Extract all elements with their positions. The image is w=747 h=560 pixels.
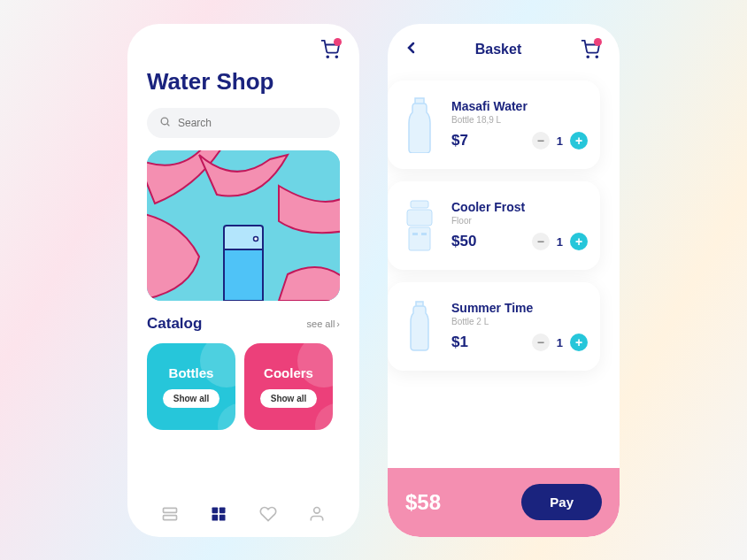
back-button[interactable] <box>407 40 416 58</box>
svg-rect-9 <box>163 515 176 519</box>
show-all-button[interactable]: Show all <box>163 389 220 408</box>
cart-badge <box>594 38 602 46</box>
quantity-stepper: − 1 + <box>532 132 588 150</box>
item-name: Summer Time <box>451 301 588 315</box>
svg-rect-5 <box>224 249 263 301</box>
nav-list-icon[interactable] <box>161 505 179 526</box>
basket-item: Masafi Water Bottle 18,9 L $7 − 1 + <box>388 81 600 169</box>
nav-user-icon[interactable] <box>308 505 326 526</box>
basket-item: Cooler Frost Floor $50 − 1 + <box>388 181 600 270</box>
bottle-small-icon <box>388 295 451 358</box>
qty-value: 1 <box>557 235 563 249</box>
total-price: $58 <box>405 490 441 515</box>
svg-point-15 <box>587 56 589 58</box>
pay-button[interactable]: Pay <box>521 484 602 520</box>
svg-rect-17 <box>411 201 428 208</box>
item-price: $1 <box>451 334 468 351</box>
svg-point-7 <box>254 236 258 241</box>
svg-rect-8 <box>163 508 176 512</box>
nav-heart-icon[interactable] <box>259 505 277 526</box>
qty-minus-button[interactable]: − <box>532 233 550 250</box>
page-title: Water Shop <box>147 68 340 96</box>
category-card-coolers[interactable]: Coolers Show all <box>244 343 333 430</box>
search-icon <box>159 115 171 131</box>
pay-bar: $58 Pay <box>388 468 620 537</box>
cart-icon[interactable] <box>320 40 340 59</box>
search-field[interactable] <box>178 117 327 129</box>
qty-minus-button[interactable]: − <box>532 334 550 351</box>
search-input[interactable] <box>147 108 340 138</box>
basket-title: Basket <box>475 42 521 58</box>
svg-rect-11 <box>219 507 226 513</box>
svg-point-16 <box>596 56 597 58</box>
svg-rect-10 <box>212 507 219 513</box>
basket-screen: Basket Masafi Water Bottle 18,9 L $7 − 1… <box>388 24 620 537</box>
qty-value: 1 <box>557 336 563 349</box>
svg-point-14 <box>314 507 320 513</box>
svg-rect-19 <box>409 227 430 250</box>
category-card-bottles[interactable]: Bottles Show all <box>147 343 235 430</box>
show-all-button[interactable]: Show all <box>260 389 318 408</box>
qty-plus-button[interactable]: + <box>570 132 588 150</box>
qty-plus-button[interactable]: + <box>570 334 588 351</box>
svg-point-2 <box>161 118 168 125</box>
item-subtitle: Bottle 2 L <box>451 317 588 326</box>
svg-point-1 <box>335 56 337 58</box>
see-all-link[interactable]: see all › <box>307 318 340 329</box>
hero-image <box>147 150 340 301</box>
svg-point-0 <box>327 56 328 58</box>
catalog-heading: Catalog <box>147 315 202 333</box>
svg-rect-18 <box>407 210 432 226</box>
item-name: Cooler Frost <box>451 200 588 214</box>
quantity-stepper: − 1 + <box>532 334 588 351</box>
basket-item: Summer Time Bottle 2 L $1 − 1 + <box>388 282 600 371</box>
svg-rect-12 <box>212 514 219 520</box>
qty-value: 1 <box>557 134 563 148</box>
qty-minus-button[interactable]: − <box>532 132 550 150</box>
item-subtitle: Bottle 18,9 L <box>451 115 588 125</box>
item-name: Masafi Water <box>451 99 588 113</box>
item-price: $50 <box>451 233 476 250</box>
shop-screen: Water Shop Catalog see all › Bottles Sho… <box>127 24 359 537</box>
svg-rect-20 <box>412 233 418 235</box>
quantity-stepper: − 1 + <box>532 233 588 250</box>
item-price: $7 <box>451 132 468 150</box>
cart-icon[interactable] <box>581 40 600 59</box>
svg-rect-21 <box>421 233 427 235</box>
category-list: Bottles Show all Coolers Show all <box>147 343 340 430</box>
nav-grid-icon[interactable] <box>210 505 227 526</box>
qty-plus-button[interactable]: + <box>570 233 588 250</box>
cooler-icon <box>388 194 451 257</box>
svg-rect-13 <box>219 514 226 520</box>
bottle-icon <box>388 93 451 157</box>
bottom-nav <box>127 505 359 526</box>
item-subtitle: Floor <box>451 216 588 226</box>
chevron-right-icon: › <box>336 318 340 329</box>
cart-badge <box>334 38 342 46</box>
